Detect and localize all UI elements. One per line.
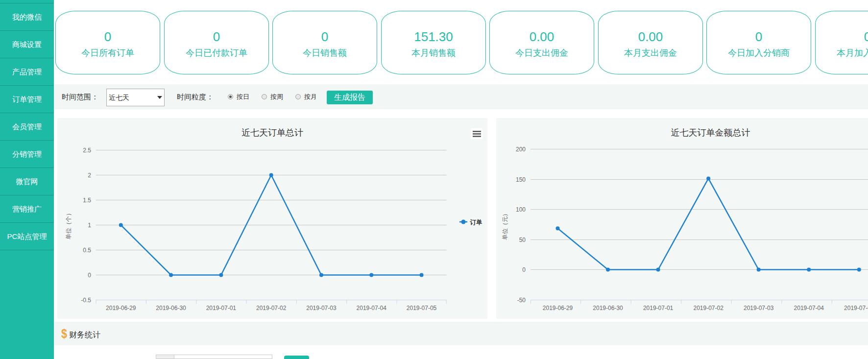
svg-text:2019-06-30: 2019-06-30	[593, 305, 623, 311]
svg-text:0: 0	[88, 272, 91, 279]
svg-text:1: 1	[88, 222, 91, 229]
svg-text:2019-07-03: 2019-07-03	[306, 305, 337, 311]
svg-text:2019-07-04: 2019-07-04	[794, 305, 824, 311]
svg-text:2019-07-01: 2019-07-01	[206, 305, 237, 311]
svg-text:订单: 订单	[470, 219, 483, 226]
svg-text:0: 0	[522, 266, 526, 273]
svg-text:2019-07-03: 2019-07-03	[744, 305, 774, 311]
svg-text:2: 2	[88, 172, 91, 179]
svg-text:2019-07-02: 2019-07-02	[256, 305, 287, 311]
svg-text:0.5: 0.5	[83, 247, 91, 254]
svg-text:150: 150	[516, 176, 526, 183]
svg-text:1.5: 1.5	[83, 197, 91, 204]
svg-text:-0.5: -0.5	[81, 297, 91, 304]
svg-text:2019-06-29: 2019-06-29	[543, 305, 573, 311]
svg-text:2019-07-05: 2019-07-05	[407, 305, 437, 311]
svg-text:2019-07-02: 2019-07-02	[693, 305, 723, 311]
svg-text:近七天订单金额总计: 近七天订单金额总计	[671, 128, 750, 138]
svg-text:2019-07-05: 2019-07-05	[844, 305, 868, 311]
svg-text:2.5: 2.5	[83, 147, 91, 154]
svg-text:2019-07-01: 2019-07-01	[643, 305, 674, 311]
svg-text:100: 100	[516, 206, 526, 213]
svg-text:近七天订单总计: 近七天订单总计	[241, 128, 303, 138]
svg-text:-50: -50	[517, 297, 526, 304]
svg-text:2019-07-04: 2019-07-04	[357, 305, 387, 311]
svg-text:2019-06-29: 2019-06-29	[106, 305, 136, 311]
svg-text:单位（元）: 单位（元）	[502, 211, 508, 240]
svg-text:200: 200	[516, 146, 526, 153]
svg-text:2019-06-30: 2019-06-30	[156, 305, 186, 311]
svg-text:50: 50	[519, 237, 526, 243]
svg-text:单位（个）: 单位（个）	[65, 210, 72, 239]
